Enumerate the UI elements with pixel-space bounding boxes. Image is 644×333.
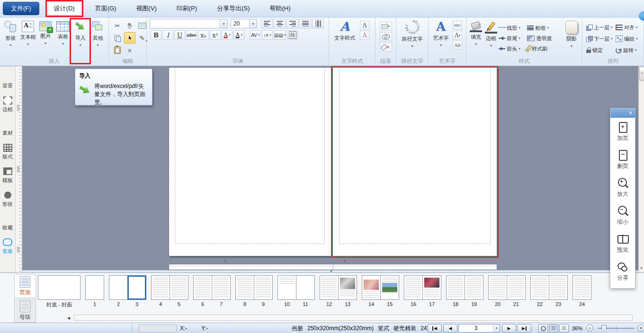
page-thumbnail-preview[interactable] (109, 275, 128, 300)
page-thumbnail-preview[interactable] (338, 275, 357, 300)
ribbon-insert-button[interactable]: 表格 ▾ (54, 19, 72, 58)
page-thumbnail-preview[interactable] (38, 275, 80, 300)
page-thumbnail-preview[interactable] (170, 275, 188, 300)
quick-panel-item[interactable]: 加页 (610, 118, 635, 146)
superscript-button[interactable]: x² (210, 30, 221, 40)
current-page-input[interactable]: 3 ▾ (458, 324, 500, 333)
font-size-select[interactable]: 20▾ (231, 19, 257, 28)
page-thumbnail[interactable]: 15 (380, 275, 399, 307)
last-page-button[interactable]: ▶ (517, 324, 531, 333)
page-thumbnail[interactable]: 14 (362, 275, 381, 307)
line-type-button[interactable]: 线型▾ (499, 23, 527, 33)
page-thumbnail[interactable]: 13 (338, 275, 357, 307)
char-spacing-button[interactable]: AV▾ (250, 30, 261, 40)
paste-button[interactable] (112, 44, 123, 56)
zoom-slider-handle[interactable] (601, 325, 607, 332)
page-thumbnail[interactable]: 18 (446, 275, 465, 307)
fill-dropdown-icon[interactable]: ▾ (475, 42, 477, 46)
align-right-button[interactable] (286, 19, 298, 28)
thumbnails-scroll-left-arrow[interactable]: ◀ (65, 315, 72, 321)
insert-button-dropdown-icon[interactable]: ▾ (97, 43, 99, 47)
word-art-abc-button[interactable]: ABC (453, 21, 462, 30)
page-thumbnail-preview[interactable] (572, 275, 591, 300)
select-tool-button[interactable] (124, 32, 135, 44)
underline-color-button[interactable]: A▾ (222, 30, 233, 40)
quick-panel-item[interactable]: 删页 (610, 146, 635, 174)
group-objects-button[interactable]: 编组▾ (616, 33, 643, 44)
char-spacing-dropdown-icon[interactable]: ▾ (258, 33, 260, 37)
page-thumbnail-preview[interactable] (85, 275, 104, 300)
sidebar-item[interactable]: 素材 (0, 120, 15, 137)
ribbon-insert-button[interactable]: 其他 ▾ (89, 19, 107, 58)
single-page-view-button[interactable] (559, 324, 569, 333)
menu-item[interactable]: 设计(D) (48, 2, 81, 15)
page-dropdown-icon[interactable]: ▾ (493, 324, 500, 332)
text-style-a1-button[interactable]: A (360, 21, 369, 30)
page-thumbnail[interactable]: 24 (572, 275, 591, 307)
arrow-tail-dropdown-icon[interactable]: ▾ (519, 36, 520, 40)
path-text-button[interactable]: abcabcabcabc 路径文字 ▾ (398, 19, 426, 48)
style-brush-button[interactable]: 样式刷 (527, 44, 563, 54)
next-page-button[interactable]: ▶ (502, 324, 516, 333)
shadow-button[interactable]: 阴影 ▾ (563, 19, 580, 58)
paragraph-settings-button[interactable]: 段 (287, 30, 298, 40)
page-thumbnail[interactable]: 11 (296, 275, 315, 307)
thumbnails-scrollbar[interactable] (74, 315, 633, 321)
pan-hand-button[interactable] (124, 20, 135, 31)
scrollbar-thumb[interactable] (639, 67, 644, 81)
font-family-select[interactable]: ▾ (150, 19, 228, 28)
rotate-button[interactable]: 旋转▾ (616, 44, 643, 56)
quick-panel-item[interactable]: 缩小 (610, 202, 635, 229)
menu-item[interactable]: 页面(G) (89, 2, 122, 15)
align-objects-button[interactable]: 对齐▾ (616, 22, 643, 33)
word-art-shadow-button[interactable]: A▾ (453, 31, 462, 40)
sidebar-item[interactable]: 模板 (0, 167, 15, 184)
scrollbar-down-arrow[interactable]: ▼ (639, 264, 644, 271)
page-thumbnail-preview[interactable] (320, 275, 339, 300)
page-thumbnail-preview[interactable] (507, 275, 526, 300)
document-info-part[interactable]: 画册 (292, 324, 303, 333)
font-color-button[interactable]: A▾ (233, 30, 244, 40)
page-thumbnail[interactable]: 2 (109, 275, 128, 307)
page-thumbnail[interactable]: 22 (530, 275, 549, 307)
rotate-dropdown-icon[interactable]: ▾ (635, 48, 637, 52)
ribbon-insert-button[interactable]: 文本框 ▾ (19, 19, 37, 58)
canvas-vertical-scrollbar[interactable]: ▼ (638, 66, 644, 272)
text-style-a2-button[interactable]: A (360, 31, 369, 40)
page-thumbnail[interactable]: 8 (235, 275, 254, 307)
page-thumbnail-preview[interactable] (193, 275, 212, 300)
sidebar-item[interactable]: 客服 (0, 238, 15, 255)
line-weight-dropdown-icon[interactable]: ▾ (547, 26, 549, 30)
line-type-dropdown-icon[interactable]: ▾ (519, 26, 520, 30)
next-spread-preview[interactable] (169, 264, 497, 270)
page-thumbnail[interactable]: 16 (404, 275, 423, 307)
ribbon-insert-button[interactable]: 形状 ▾ (2, 19, 19, 58)
copy-button[interactable] (112, 32, 123, 44)
send-backward-dropdown-icon[interactable]: ▾ (611, 37, 613, 41)
align-center-button[interactable] (274, 19, 286, 28)
menu-item[interactable]: 视图(V) (130, 2, 162, 15)
text-wrap-dropdown-icon[interactable]: ▾ (388, 25, 390, 28)
page-thumbnail-preview[interactable] (488, 275, 507, 300)
arrow-head-button[interactable]: 箭头▾ (499, 44, 527, 54)
document-info-part[interactable]: 硬壳精装 (394, 324, 416, 333)
page-thumbnail-preview[interactable] (549, 275, 568, 300)
page-thumbnail[interactable]: 3 (127, 275, 146, 307)
menu-item[interactable]: 分享导出(S) (211, 2, 255, 15)
page-thumbnail-preview[interactable] (127, 275, 146, 300)
insert-button-dropdown-icon[interactable]: ▾ (45, 41, 46, 45)
page-thumbnail[interactable]: 19 (465, 275, 483, 307)
font-size-dropdown-icon[interactable]: ▾ (249, 19, 257, 28)
quick-panel-item[interactable]: 预览 (610, 229, 635, 257)
page-thumbnail-preview[interactable] (235, 275, 254, 300)
quick-panel-item[interactable]: 分享 (610, 257, 635, 285)
page-thumbnail-preview[interactable] (362, 275, 381, 300)
page-thumbnail[interactable]: 17 (422, 275, 441, 307)
fit-page-view-button[interactable] (549, 324, 558, 333)
sidebar-item[interactable]: 背景 (0, 72, 15, 89)
tab-master[interactable]: 母版 (14, 299, 36, 323)
page-thumbnail-preview[interactable] (446, 275, 465, 300)
font-color-dropdown-icon[interactable]: ▾ (241, 33, 242, 37)
line-spacing-dropdown-icon[interactable]: ▾ (269, 33, 271, 37)
page-thumbnail[interactable]: 封底 - 封面 (38, 275, 80, 308)
